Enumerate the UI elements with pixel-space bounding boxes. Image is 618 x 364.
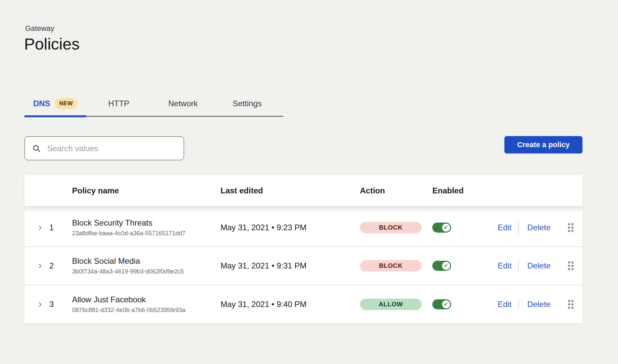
action-badge: BLOCK (360, 222, 422, 233)
policy-name: Allow Just Facebook (72, 295, 221, 304)
tab-bar: DNS NEW HTTP Network Settings (24, 91, 283, 117)
search-icon (32, 144, 41, 153)
tab-dns-label: DNS (33, 99, 50, 108)
edit-link[interactable]: Edit (498, 223, 511, 232)
column-header-enabled: Enabled (432, 186, 498, 195)
search-input[interactable] (47, 143, 176, 154)
row-number: 3 (48, 300, 72, 309)
tab-settings[interactable]: Settings (233, 91, 262, 116)
policy-id: 0876c881-d332-4e0b-a7b6-0b52395fe93a (72, 307, 221, 314)
tab-dns[interactable]: DNS NEW (24, 91, 86, 116)
new-badge: NEW (55, 98, 78, 109)
table-header: Policy name Last edited Action Enabled (24, 175, 582, 206)
create-policy-button[interactable]: Create a policy (504, 136, 582, 154)
check-icon: ✓ (444, 225, 448, 230)
table-row: 1 Block Security Threats 23a8dfbe-baaa-4… (24, 209, 582, 247)
tab-network-label: Network (168, 99, 198, 108)
enabled-toggle[interactable]: ✓ (432, 299, 451, 309)
expand-row-button[interactable] (36, 224, 44, 232)
policies-table: Policy name Last edited Action Enabled 1… (24, 175, 582, 323)
divider (518, 222, 519, 234)
check-icon: ✓ (444, 263, 448, 268)
action-badge: BLOCK (360, 260, 422, 271)
policy-id: 23a8dfbe-baaa-4c0d-a36a-557165171dd7 (72, 230, 221, 237)
check-icon: ✓ (444, 302, 448, 307)
page-title: Policies (24, 35, 79, 53)
last-edited: May 31, 2021 • 9:31 PM (221, 261, 360, 270)
divider (518, 260, 519, 272)
column-header-action: Action (360, 186, 432, 195)
expand-row-button[interactable] (36, 262, 44, 270)
tab-http[interactable]: HTTP (108, 91, 129, 116)
table-body: 1 Block Security Threats 23a8dfbe-baaa-4… (24, 209, 582, 323)
chevron-right-icon (37, 301, 43, 308)
delete-link[interactable]: Delete (527, 300, 550, 309)
policy-name: Block Social Media (72, 256, 221, 266)
action-badge: ALLOW (360, 299, 422, 310)
table-row: 3 Allow Just Facebook 0876c881-d332-4e0b… (24, 285, 582, 323)
breadcrumb[interactable]: Gateway (25, 24, 54, 33)
tab-network[interactable]: Network (168, 91, 198, 116)
search-box (24, 136, 184, 160)
chevron-right-icon (37, 263, 43, 269)
policy-name: Block Security Threats (72, 218, 221, 228)
row-number: 2 (48, 261, 72, 270)
expand-row-button[interactable] (36, 301, 44, 308)
drag-handle-icon[interactable] (568, 300, 582, 309)
delete-link[interactable]: Delete (527, 261, 550, 270)
row-number: 1 (48, 223, 72, 232)
delete-link[interactable]: Delete (527, 223, 550, 232)
drag-handle-icon[interactable] (568, 261, 582, 270)
table-row: 2 Block Social Media 3b0f734a-48a3-4619-… (24, 247, 582, 285)
divider (518, 298, 519, 310)
tab-http-label: HTTP (108, 99, 129, 108)
last-edited: May 31, 2021 • 9:23 PM (221, 223, 360, 232)
enabled-toggle[interactable]: ✓ (432, 223, 451, 233)
chevron-right-icon (37, 225, 43, 231)
last-edited: May 31, 2021 • 9:40 PM (221, 300, 360, 309)
policy-id: 3b0f734a-48a3-4619-99b3-d062f0d9e2c5 (72, 268, 221, 275)
edit-link[interactable]: Edit (498, 261, 511, 270)
edit-link[interactable]: Edit (498, 300, 511, 309)
enabled-toggle[interactable]: ✓ (432, 261, 451, 271)
column-header-last-edited: Last edited (221, 186, 360, 195)
column-header-policy-name: Policy name (72, 186, 221, 195)
drag-handle-icon[interactable] (568, 223, 582, 232)
tab-settings-label: Settings (233, 99, 262, 108)
